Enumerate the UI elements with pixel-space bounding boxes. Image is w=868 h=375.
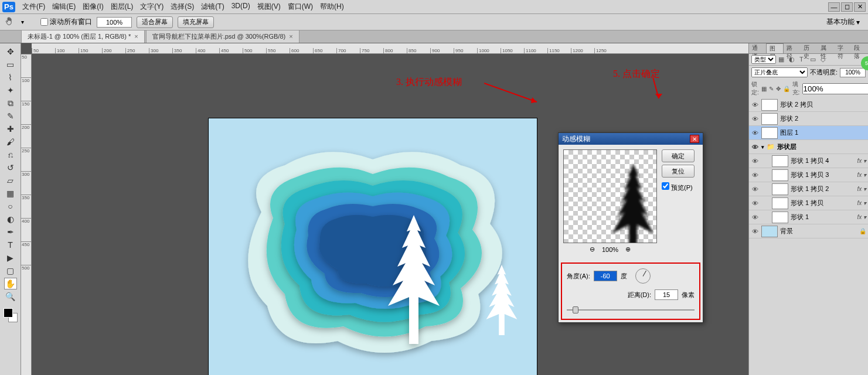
chevron-down-icon[interactable]: ▾ — [761, 144, 764, 150]
menu-item[interactable]: 窗口(W) — [284, 2, 316, 12]
filter-type-icon[interactable]: T — [799, 56, 808, 64]
menu-item[interactable]: 文字(Y) — [137, 2, 167, 12]
filter-shape-icon[interactable]: ▭ — [810, 56, 818, 64]
panel-tab[interactable]: 字符 — [835, 43, 852, 53]
lasso-tool[interactable]: ⌇ — [4, 71, 17, 83]
layer-kind-select[interactable]: 类型 — [751, 55, 776, 64]
document-tab[interactable]: 官网导航栏下拉菜单图片.psd @ 300%(RGB/8)× — [146, 30, 299, 43]
crop-tool[interactable]: ⧉ — [4, 97, 17, 109]
close-button[interactable]: ✕ — [854, 2, 866, 12]
eraser-tool[interactable]: ▱ — [4, 175, 17, 186]
dialog-close-button[interactable]: ✕ — [690, 135, 699, 143]
distance-input[interactable] — [655, 289, 678, 300]
marquee-tool[interactable]: ▭ — [4, 59, 17, 70]
opacity-input[interactable] — [840, 68, 866, 77]
lock-all-icon[interactable]: 🔒 — [783, 86, 790, 92]
layer-row[interactable]: 👁形状 1fx ▾ — [749, 210, 868, 224]
filter-pixel-icon[interactable]: ▦ — [778, 56, 787, 64]
type-tool[interactable]: T — [4, 239, 17, 251]
eyedropper-tool[interactable]: ✎ — [4, 110, 17, 122]
brush-tool[interactable]: 🖌 — [4, 136, 17, 148]
visibility-icon[interactable]: 👁 — [751, 115, 759, 122]
minimize-button[interactable]: — — [828, 2, 840, 12]
layer-row[interactable]: 👁形状 2 — [749, 112, 868, 126]
document-tab[interactable]: 未标题-1 @ 100% (图层 1, RGB/8) *× — [21, 30, 145, 43]
layer-row[interactable]: 👁形状 2 拷贝 — [749, 98, 868, 112]
panel-tab[interactable]: 历史 — [801, 43, 818, 53]
tool-preset-dropdown[interactable]: ▾ — [21, 19, 24, 25]
layer-row[interactable]: 👁背景🔒 — [749, 224, 868, 238]
menu-item[interactable]: 文件(F) — [19, 2, 49, 12]
close-icon[interactable]: × — [289, 33, 292, 40]
hand-tool[interactable]: ✋ — [4, 278, 17, 289]
stamp-tool[interactable]: ⎌ — [4, 149, 17, 161]
menu-item[interactable]: 图像(I) — [79, 2, 107, 12]
angle-dial[interactable] — [635, 268, 651, 284]
fill-screen-button[interactable]: 填充屏幕 — [178, 16, 214, 28]
visibility-icon[interactable]: 👁 — [751, 172, 759, 179]
preview-checkbox[interactable]: 预览(P) — [662, 182, 695, 192]
close-icon[interactable]: × — [134, 33, 138, 40]
canvas-area[interactable]: 5010015020025030035040045050055060065070… — [21, 43, 748, 375]
lock-transparent-icon[interactable]: ▦ — [761, 86, 767, 92]
move-tool[interactable]: ✥ — [4, 46, 17, 57]
dodge-tool[interactable]: ◐ — [4, 213, 17, 225]
visibility-icon[interactable]: 👁 — [751, 228, 759, 235]
menu-item[interactable]: 编辑(E) — [49, 2, 79, 12]
magic-wand-tool[interactable]: ✦ — [4, 84, 17, 96]
zoom-input[interactable] — [97, 17, 132, 28]
menu-item[interactable]: 图层(L) — [107, 2, 137, 12]
scroll-all-checkbox[interactable]: 滚动所有窗口 — [40, 17, 92, 27]
layer-row[interactable]: 👁形状 1 拷贝fx ▾ — [749, 196, 868, 210]
lock-position-icon[interactable]: ✥ — [776, 86, 781, 92]
visibility-icon[interactable]: 👁 — [751, 101, 759, 108]
fx-badge[interactable]: fx ▾ — [857, 158, 866, 164]
menu-item[interactable]: 帮助(H) — [316, 2, 348, 12]
blur-tool[interactable]: ○ — [4, 200, 17, 212]
visibility-icon[interactable]: 👁 — [751, 214, 759, 221]
maximize-button[interactable]: ◻ — [841, 2, 853, 12]
fit-screen-button[interactable]: 适合屏幕 — [137, 16, 173, 28]
reset-button[interactable]: 复位 — [662, 165, 695, 178]
workspace-preset-dropdown[interactable]: 基本功能▾ — [826, 17, 860, 27]
distance-slider[interactable] — [567, 306, 695, 314]
filter-smart-icon[interactable]: ◇ — [821, 56, 829, 64]
fx-badge[interactable]: fx ▾ — [857, 200, 866, 206]
visibility-icon[interactable]: 👁 — [751, 186, 759, 193]
panel-tab[interactable]: 图层 — [766, 43, 784, 53]
filter-adjust-icon[interactable]: ◐ — [789, 56, 797, 64]
panel-tab[interactable]: 属性 — [818, 43, 835, 53]
blend-mode-select[interactable]: 正片叠底 — [751, 67, 808, 77]
rectangle-tool[interactable]: ▢ — [4, 265, 17, 277]
path-select-tool[interactable]: ▶ — [4, 252, 17, 264]
angle-input[interactable] — [594, 271, 617, 281]
visibility-icon[interactable]: 👁 — [751, 158, 759, 165]
fx-badge[interactable]: fx ▾ — [857, 172, 866, 178]
zoom-tool[interactable]: 🔍 — [4, 291, 17, 302]
history-brush-tool[interactable]: ↺ — [4, 162, 17, 173]
menu-item[interactable]: 滤镜(T) — [198, 2, 227, 12]
fill-input[interactable] — [802, 83, 868, 94]
visibility-icon[interactable]: 👁 — [751, 144, 759, 151]
layer-row[interactable]: 👁图层 1 — [749, 126, 868, 140]
layer-row[interactable]: 👁▾📁形状层 — [749, 140, 868, 154]
visibility-icon[interactable]: 👁 — [751, 129, 759, 137]
menu-item[interactable]: 视图(V) — [254, 2, 284, 12]
preview-zoom-in[interactable]: ⊕ — [625, 246, 631, 253]
visibility-icon[interactable]: 👁 — [751, 200, 759, 207]
panel-tab[interactable]: 路径 — [784, 43, 801, 53]
ok-button[interactable]: 确定 — [662, 149, 695, 162]
panel-tab[interactable]: 段落 — [851, 43, 868, 53]
menu-item[interactable]: 选择(S) — [167, 2, 198, 12]
pen-tool[interactable]: ✒ — [4, 226, 17, 238]
layer-row[interactable]: 👁形状 1 拷贝 2fx ▾ — [749, 182, 868, 196]
layer-row[interactable]: 👁形状 1 拷贝 3fx ▾ — [749, 168, 868, 182]
layer-row[interactable]: 👁形状 1 拷贝 4fx ▾ — [749, 154, 868, 168]
lock-paint-icon[interactable]: ✎ — [769, 86, 774, 92]
healing-brush-tool[interactable]: ✚ — [4, 123, 17, 135]
fx-badge[interactable]: fx ▾ — [857, 214, 866, 220]
fx-badge[interactable]: fx ▾ — [857, 186, 866, 192]
preview-zoom-out[interactable]: ⊖ — [590, 246, 595, 253]
gradient-tool[interactable]: ▦ — [4, 188, 17, 199]
menu-item[interactable]: 3D(D) — [228, 2, 254, 12]
